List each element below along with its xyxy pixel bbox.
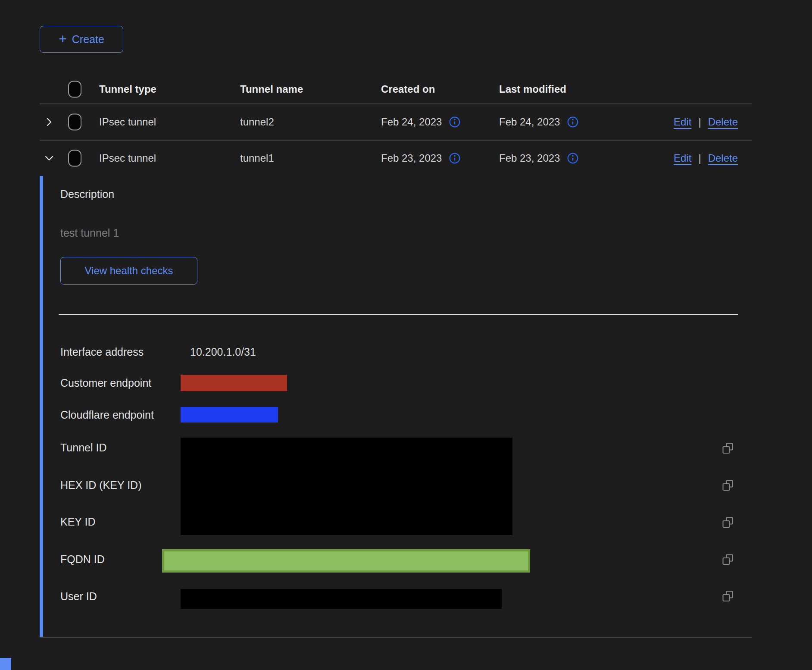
- info-icon[interactable]: [449, 152, 461, 164]
- tunnel-type-cell: IPsec tunnel: [99, 116, 156, 128]
- cloudflare-endpoint-label: Cloudflare endpoint: [60, 409, 154, 421]
- bottom-divider: [40, 637, 752, 638]
- interface-address-value: 10.200.1.0/31: [190, 346, 256, 358]
- table-row-tunnel1: IPsec tunnel tunnel1 Feb 23, 2023 Feb 23…: [40, 141, 752, 176]
- row-actions: Edit | Delete: [674, 116, 738, 128]
- create-button[interactable]: + Create: [40, 26, 123, 53]
- customer-endpoint-label: Customer endpoint: [60, 377, 151, 389]
- col-header-last-modified: Last modified: [499, 83, 566, 95]
- copy-icon[interactable]: [722, 554, 734, 565]
- create-button-label: Create: [72, 33, 104, 46]
- chevron-right-icon[interactable]: [43, 116, 55, 128]
- section-divider: [59, 314, 738, 315]
- delete-link[interactable]: Delete: [708, 116, 738, 128]
- ipsec-tunnels-page: + Create Tunnel type Tunnel name Created…: [0, 0, 812, 670]
- view-health-checks-button[interactable]: View health checks: [60, 257, 197, 285]
- tunnel-type-cell: IPsec tunnel: [99, 152, 156, 164]
- ids-redacted-value: [181, 438, 512, 535]
- fqdn-id-label: FQDN ID: [60, 553, 105, 566]
- copy-icon[interactable]: [722, 591, 734, 602]
- last-modified-value: Feb 24, 2023: [499, 116, 560, 128]
- cloudflare-endpoint-redacted-value: [181, 407, 278, 423]
- info-icon[interactable]: [567, 152, 579, 164]
- table-row-tunnel2: IPsec tunnel tunnel2 Feb 24, 2023 Feb 24…: [40, 104, 752, 140]
- col-header-created-on: Created on: [381, 83, 435, 95]
- last-modified-value: Feb 23, 2023: [499, 152, 560, 164]
- copy-icon[interactable]: [722, 517, 734, 528]
- actions-separator: |: [698, 152, 701, 164]
- edit-link[interactable]: Edit: [674, 116, 691, 128]
- info-icon[interactable]: [567, 116, 579, 128]
- tunnel-id-label: Tunnel ID: [60, 441, 106, 454]
- col-header-tunnel-type: Tunnel type: [99, 83, 156, 95]
- user-id-redacted-value: [181, 589, 502, 609]
- key-id-label: KEY ID: [60, 516, 96, 528]
- table-header: Tunnel type Tunnel name Created on Last …: [40, 75, 752, 104]
- select-all-checkbox[interactable]: [68, 81, 81, 98]
- row-checkbox[interactable]: [68, 114, 81, 131]
- user-id-label: User ID: [60, 590, 97, 603]
- tunnel-name-cell: tunnel1: [240, 152, 274, 164]
- actions-separator: |: [698, 116, 701, 128]
- row-actions: Edit | Delete: [674, 152, 738, 164]
- tunnel-name-cell: tunnel2: [240, 116, 274, 128]
- col-header-tunnel-name: Tunnel name: [240, 83, 303, 95]
- description-value: test tunnel 1: [60, 227, 119, 239]
- interface-address-label: Interface address: [60, 346, 144, 358]
- chevron-down-icon[interactable]: [43, 152, 55, 164]
- description-label: Description: [60, 188, 114, 200]
- plus-icon: +: [59, 32, 67, 46]
- partial-bottom-left-element: [0, 658, 11, 670]
- tunnel-details-panel: Description test tunnel 1 View health ch…: [40, 176, 752, 637]
- fqdn-id-redacted-value: [162, 549, 530, 573]
- delete-link[interactable]: Delete: [708, 152, 738, 164]
- created-on-value: Feb 24, 2023: [381, 116, 442, 128]
- copy-icon[interactable]: [722, 480, 734, 491]
- row-checkbox[interactable]: [68, 150, 81, 167]
- info-icon[interactable]: [449, 116, 461, 128]
- hex-id-label: HEX ID (KEY ID): [60, 479, 141, 492]
- customer-endpoint-redacted-value: [181, 375, 287, 391]
- created-on-value: Feb 23, 2023: [381, 152, 442, 164]
- copy-icon[interactable]: [722, 443, 734, 454]
- edit-link[interactable]: Edit: [674, 152, 691, 164]
